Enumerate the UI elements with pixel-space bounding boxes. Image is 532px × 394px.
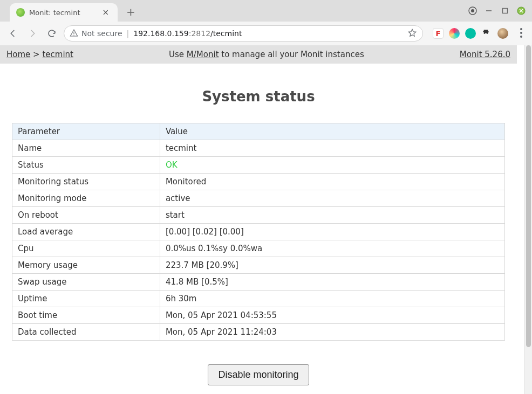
table-row: Data collectedMon, 05 Apr 2021 11:24:03 (12, 324, 505, 341)
window-maximize-button[interactable] (501, 6, 509, 15)
value-cell: OK (160, 157, 504, 174)
value-cell: Monitored (160, 174, 504, 190)
window-minimize-button[interactable] (485, 6, 493, 15)
value-cell: 223.7 MB [20.9%] (160, 257, 504, 274)
home-link[interactable]: Home (6, 50, 30, 59)
monit-center-text: Use M/Monit to manage all your Monit ins… (73, 50, 460, 59)
table-row: Monitoring modeactive (12, 190, 505, 207)
address-separator: | (127, 29, 129, 38)
new-tab-button[interactable]: + (122, 3, 140, 20)
value-cell: 6h 30m (160, 291, 504, 307)
svg-point-11 (520, 36, 522, 38)
table-row: Cpu0.0%us 0.1%sy 0.0%wa (12, 240, 505, 257)
profile-avatar-icon[interactable] (497, 28, 508, 39)
address-bar[interactable]: Not secure | 192.168.0.159:2812/tecmint (64, 25, 423, 42)
disable-monitoring-button[interactable]: Disable monitoring (208, 364, 309, 385)
param-cell: Uptime (12, 291, 160, 307)
table-row: Nametecmint (12, 140, 505, 157)
page-content: Home > tecmint Use M/Monit to manage all… (0, 45, 524, 394)
breadcrumb-current[interactable]: tecmint (42, 50, 73, 59)
param-cell: Name (12, 140, 160, 157)
param-cell: Load average (12, 224, 160, 240)
flipboard-extension-icon[interactable]: F (433, 28, 444, 39)
account-indicator-icon[interactable] (468, 6, 477, 15)
window-controls (468, 6, 526, 15)
table-row: Load average[0.00] [0.02] [0.00] (12, 224, 505, 240)
not-secure-label: Not secure (81, 29, 122, 38)
tab-bar: Monit: tecmint × + (0, 0, 532, 22)
value-cell: 0.0%us 0.1%sy 0.0%wa (160, 240, 504, 257)
param-cell: Status (12, 157, 160, 174)
breadcrumb: Home > tecmint (6, 50, 73, 59)
vertical-scrollbar[interactable] (524, 45, 532, 394)
tab-title: Monit: tecmint (29, 9, 100, 17)
param-cell: Monitoring status (12, 174, 160, 190)
page-title: System status (12, 88, 505, 105)
extension-icons: F (427, 28, 511, 39)
extensions-menu-icon[interactable] (481, 28, 492, 39)
table-row: Swap usage41.8 MB [0.5%] (12, 274, 505, 291)
browser-chrome: Monit: tecmint × + (0, 0, 532, 45)
svg-point-1 (471, 9, 474, 12)
svg-rect-3 (503, 9, 508, 13)
table-row: On rebootstart (12, 207, 505, 224)
value-cell: Mon, 05 Apr 2021 11:24:03 (160, 324, 504, 341)
table-row: StatusOK (12, 157, 505, 174)
param-cell: Memory usage (12, 257, 160, 274)
center-suffix: to manage all your Monit instances (219, 50, 364, 59)
back-button[interactable] (5, 26, 21, 41)
not-secure-icon (70, 29, 78, 39)
url-path: /tecmint (210, 29, 242, 38)
window-close-button[interactable] (517, 6, 526, 15)
url-host: 192.168.0.159 (133, 29, 188, 38)
svg-point-10 (520, 32, 522, 34)
viewport: Home > tecmint Use M/Monit to manage all… (0, 45, 532, 394)
monit-version-link[interactable]: Monit 5.26.0 (460, 50, 510, 59)
param-cell: Cpu (12, 240, 160, 257)
value-cell: 41.8 MB [0.5%] (160, 274, 504, 291)
value-cell: tecmint (160, 140, 504, 157)
col-header-value: Value (160, 123, 504, 140)
reload-button[interactable] (44, 26, 59, 41)
breadcrumb-sep: > (30, 50, 42, 59)
mmonit-link[interactable]: M/Monit (187, 50, 219, 59)
center-prefix: Use (169, 50, 187, 59)
value-cell: active (160, 190, 504, 207)
extension-icon[interactable] (465, 28, 476, 39)
monit-top-bar: Home > tecmint Use M/Monit to manage all… (0, 45, 517, 64)
tab-close-button[interactable]: × (100, 6, 111, 18)
table-row: Monitoring statusMonitored (12, 174, 505, 190)
param-cell: Monitoring mode (12, 190, 160, 207)
table-row: Boot timeMon, 05 Apr 2021 04:53:55 (12, 307, 505, 324)
svg-point-9 (520, 28, 522, 30)
param-cell: Data collected (12, 324, 160, 341)
url-text: 192.168.0.159:2812/tecmint (133, 29, 242, 38)
bookmark-star-icon[interactable] (407, 28, 417, 39)
browser-toolbar: Not secure | 192.168.0.159:2812/tecmint … (0, 22, 532, 45)
url-port: :2812 (189, 29, 210, 38)
param-cell: Swap usage (12, 274, 160, 291)
value-cell: start (160, 207, 504, 224)
param-cell: Boot time (12, 307, 160, 324)
forward-button[interactable] (25, 26, 40, 41)
table-row: Memory usage223.7 MB [20.9%] (12, 257, 505, 274)
table-header-row: Parameter Value (12, 123, 505, 140)
status-table: Parameter Value NametecmintStatusOKMonit… (12, 123, 505, 341)
scrollbar-thumb[interactable] (526, 45, 531, 347)
value-cell: [0.00] [0.02] [0.00] (160, 224, 504, 240)
browser-tab[interactable]: Monit: tecmint × (10, 3, 118, 22)
browser-menu-button[interactable] (516, 26, 527, 42)
svg-point-8 (73, 34, 74, 35)
tab-favicon-icon (16, 8, 25, 17)
col-header-parameter: Parameter (12, 123, 160, 140)
value-cell: Mon, 05 Apr 2021 04:53:55 (160, 307, 504, 324)
param-cell: On reboot (12, 207, 160, 224)
extension-icon[interactable] (449, 28, 460, 39)
table-row: Uptime6h 30m (12, 291, 505, 307)
